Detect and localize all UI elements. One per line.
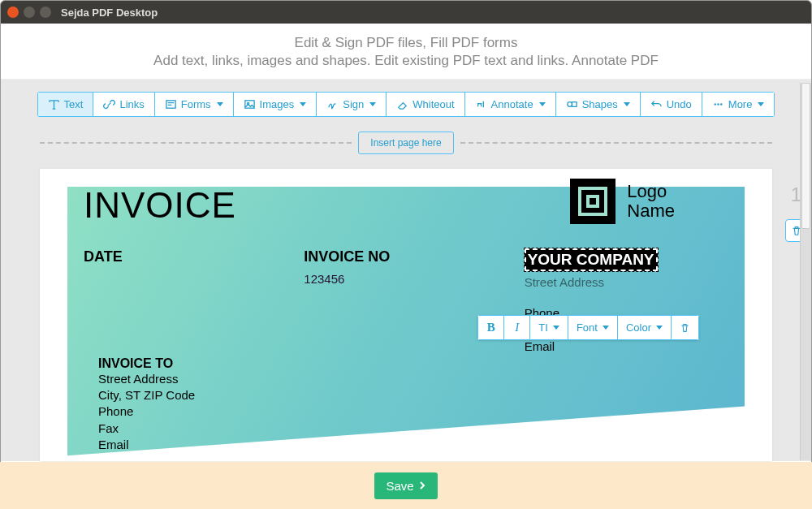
more-icon: [712, 98, 724, 110]
toolbar-container: Text Links Forms Images Sign Whiteout An…: [1, 80, 811, 169]
toolbar-images-label: Images: [260, 98, 295, 110]
toolbar-links-button[interactable]: Links: [93, 92, 153, 117]
save-button[interactable]: Save: [374, 472, 437, 499]
toolbar-more-button[interactable]: More: [702, 92, 775, 117]
window-close-button[interactable]: [7, 6, 19, 18]
header-line-2: Add text, links, images and shapes. Edit…: [1, 53, 811, 69]
sign-icon: [326, 98, 339, 110]
shapes-icon: [566, 98, 578, 110]
titlebar: Sejda PDF Desktop: [1, 1, 811, 24]
dashed-line: [40, 142, 352, 144]
invoice-to-label[interactable]: INVOICE TO: [98, 356, 195, 371]
bold-button[interactable]: B: [477, 315, 503, 340]
pdf-page[interactable]: 1 INVOICE Logo Name DATE INV: [40, 169, 772, 461]
toolbar-undo-label: Undo: [667, 98, 692, 110]
color-button[interactable]: Color: [617, 315, 671, 340]
date-label[interactable]: DATE: [84, 248, 287, 265]
chevron-down-icon: [217, 102, 223, 106]
bold-label: B: [487, 321, 495, 334]
trash-icon: [680, 322, 690, 333]
chevron-down-icon: [603, 326, 609, 330]
scrollbar[interactable]: [800, 83, 811, 460]
toolbar-sign-label: Sign: [343, 98, 364, 110]
chevron-down-icon: [539, 102, 546, 106]
toolbar-undo-button[interactable]: Undo: [640, 92, 702, 117]
svg-point-5: [714, 103, 715, 105]
font-button[interactable]: Font: [568, 315, 617, 340]
toolbar-links-label: Links: [119, 98, 144, 110]
bottom-bar: Save: [0, 462, 812, 509]
company-address[interactable]: Street Address: [525, 274, 728, 291]
app-header: Edit & Sign PDF files, Fill PDF forms Ad…: [1, 24, 811, 80]
toolbar-annotate-label: Annotate: [491, 98, 533, 110]
toolbar-forms-button[interactable]: Forms: [154, 92, 233, 117]
chevron-down-icon: [758, 102, 764, 106]
insert-page-button[interactable]: Insert page here: [358, 132, 453, 154]
chevron-down-icon: [624, 102, 630, 106]
text-size-button[interactable]: TI: [529, 315, 568, 340]
undo-icon: [650, 98, 663, 110]
text-icon: [48, 98, 60, 110]
company-email[interactable]: Email: [525, 339, 728, 355]
to-fax[interactable]: Fax: [98, 421, 195, 437]
window-title: Sejda PDF Desktop: [61, 6, 158, 19]
invoice-no-label[interactable]: INVOICE NO: [304, 248, 508, 265]
toolbar-text-label: Text: [64, 98, 84, 110]
size-label: TI: [538, 321, 548, 334]
toolbar-more-label: More: [728, 98, 753, 110]
logo-icon: [570, 179, 615, 224]
header-line-1: Edit & Sign PDF files, Fill PDF forms: [1, 35, 811, 51]
chevron-right-icon: [418, 481, 426, 490]
svg-rect-1: [244, 101, 253, 108]
toolbar-sign-button[interactable]: Sign: [316, 92, 386, 117]
chevron-down-icon: [369, 102, 376, 106]
selected-text-field[interactable]: YOUR COMPANY: [525, 248, 658, 271]
svg-point-3: [568, 102, 572, 107]
annotate-icon: [475, 98, 487, 110]
chevron-down-icon: [300, 102, 306, 106]
toolbar-images-button[interactable]: Images: [233, 92, 317, 117]
toolbar-annotate-button[interactable]: Annotate: [464, 92, 555, 117]
to-phone[interactable]: Phone: [98, 403, 195, 420]
window-minimize-button[interactable]: [24, 6, 35, 18]
svg-point-6: [717, 103, 719, 105]
italic-button[interactable]: I: [503, 315, 529, 340]
invoice-to-block: INVOICE TO Street Address City, ST ZIP C…: [98, 356, 195, 453]
font-label: Font: [577, 321, 598, 334]
image-icon: [244, 98, 256, 110]
invoice-no-value[interactable]: 123456: [304, 272, 508, 286]
to-email[interactable]: Email: [98, 437, 195, 453]
scrollbar-thumb[interactable]: [801, 83, 810, 229]
toolbar-whiteout-label: Whiteout: [412, 98, 454, 110]
svg-rect-0: [166, 101, 175, 108]
toolbar-shapes-label: Shapes: [582, 98, 618, 110]
chevron-down-icon: [553, 326, 559, 330]
color-label: Color: [626, 321, 651, 334]
date-block: DATE: [84, 248, 287, 355]
save-label: Save: [386, 479, 413, 493]
svg-rect-4: [572, 102, 577, 107]
main-toolbar: Text Links Forms Images Sign Whiteout An…: [37, 92, 775, 117]
toolbar-shapes-button[interactable]: Shapes: [555, 92, 640, 117]
svg-point-7: [720, 103, 722, 105]
to-city[interactable]: City, ST ZIP Code: [98, 387, 195, 403]
window-maximize-button[interactable]: [40, 6, 51, 18]
to-street[interactable]: Street Address: [98, 371, 195, 387]
italic-label: I: [515, 321, 519, 334]
toolbar-text-button[interactable]: Text: [37, 92, 93, 117]
forms-icon: [165, 98, 177, 110]
logo-block: Logo Name: [570, 179, 675, 224]
dashed-line: [460, 142, 772, 144]
insert-page-row: Insert page here: [1, 117, 811, 169]
link-icon: [103, 98, 115, 110]
delete-text-button[interactable]: [671, 315, 699, 340]
logo-name-line2: Name: [627, 201, 675, 221]
chevron-down-icon: [656, 326, 663, 330]
canvas-area: 1 INVOICE Logo Name DATE INV: [1, 169, 811, 461]
logo-name[interactable]: Logo Name: [627, 182, 675, 221]
toolbar-whiteout-button[interactable]: Whiteout: [386, 92, 464, 117]
text-format-toolbar: B I TI Font Color: [477, 315, 699, 340]
eraser-icon: [396, 98, 408, 110]
toolbar-forms-label: Forms: [181, 98, 211, 110]
logo-name-line1: Logo: [627, 181, 667, 201]
